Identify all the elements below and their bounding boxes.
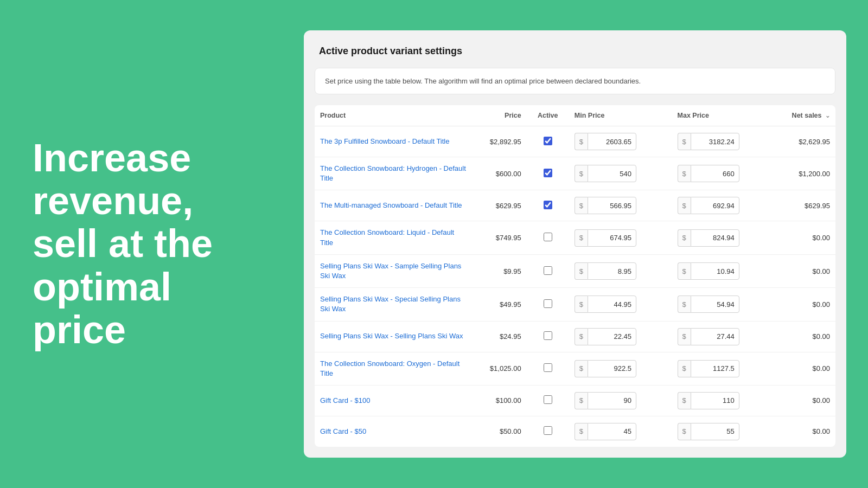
net-sales-cell: $0.00 <box>775 385 835 416</box>
min-price-cell: $ <box>569 221 672 254</box>
col-header-product: Product <box>315 105 472 126</box>
products-table: Product Price Active Min Price Max Price… <box>315 105 835 447</box>
product-link[interactable]: Selling Plans Ski Wax - Special Selling … <box>320 295 461 313</box>
min-price-input[interactable] <box>588 262 636 280</box>
min-price-cell: $ <box>569 126 672 157</box>
min-price-input[interactable] <box>588 423 636 440</box>
active-checkbox[interactable] <box>544 266 552 275</box>
max-price-cell: $ <box>672 352 775 385</box>
max-price-cell: $ <box>672 126 775 157</box>
max-price-cell: $ <box>672 190 775 221</box>
hero-heading: Increase revenue, sell at the optimal pr… <box>33 137 271 351</box>
active-checkbox[interactable] <box>544 169 552 177</box>
max-price-input[interactable] <box>691 262 739 280</box>
max-price-cell: $ <box>672 221 775 254</box>
product-link[interactable]: The Collection Snowboard: Oxygen - Defau… <box>320 359 459 377</box>
price-cell: $50.00 <box>472 416 526 447</box>
price-cell: $1,025.00 <box>472 352 526 385</box>
min-price-input[interactable] <box>588 197 636 214</box>
min-dollar-prefix: $ <box>575 392 588 409</box>
panel-container: Active product variant settings Set pric… <box>304 0 868 488</box>
product-link[interactable]: The Collection Snowboard: Liquid - Defau… <box>320 228 454 246</box>
max-dollar-prefix: $ <box>678 423 691 440</box>
col-header-net: Net sales ⌄ <box>775 105 835 126</box>
price-cell: $49.95 <box>472 288 526 321</box>
settings-panel: Active product variant settings Set pric… <box>304 30 846 458</box>
max-dollar-prefix: $ <box>678 262 691 280</box>
table-row: The Collection Snowboard: Liquid - Defau… <box>315 221 835 254</box>
table-row: Gift Card - $50$50.00$$$0.00 <box>315 416 835 447</box>
product-link[interactable]: Gift Card - $50 <box>320 427 366 435</box>
active-checkbox[interactable] <box>544 395 552 404</box>
price-cell: $2,892.95 <box>472 126 526 157</box>
active-checkbox[interactable] <box>544 201 552 209</box>
min-price-input[interactable] <box>588 296 636 313</box>
max-price-cell: $ <box>672 288 775 321</box>
min-dollar-prefix: $ <box>575 328 588 345</box>
col-header-max: Max Price <box>672 105 775 126</box>
net-sales-cell: $0.00 <box>775 221 835 254</box>
min-price-input[interactable] <box>588 392 636 409</box>
active-cell <box>527 416 569 447</box>
max-price-cell: $ <box>672 385 775 416</box>
table-wrapper: Product Price Active Min Price Max Price… <box>304 105 846 458</box>
max-price-cell: $ <box>672 254 775 287</box>
min-price-input[interactable] <box>588 328 636 345</box>
max-dollar-prefix: $ <box>678 360 691 377</box>
min-price-cell: $ <box>569 157 672 190</box>
max-price-input[interactable] <box>691 423 739 440</box>
min-dollar-prefix: $ <box>575 133 588 150</box>
max-price-input[interactable] <box>691 360 739 377</box>
product-link[interactable]: Selling Plans Ski Wax - Sample Selling P… <box>320 262 461 280</box>
min-dollar-prefix: $ <box>575 296 588 313</box>
max-price-input[interactable] <box>691 328 739 345</box>
min-price-input[interactable] <box>588 133 636 150</box>
active-checkbox[interactable] <box>544 137 552 145</box>
active-checkbox[interactable] <box>544 331 552 340</box>
product-link[interactable]: The 3p Fulfilled Snowboard - Default Tit… <box>320 137 449 145</box>
min-dollar-prefix: $ <box>575 229 588 247</box>
min-price-input[interactable] <box>588 165 636 182</box>
table-row: Selling Plans Ski Wax - Selling Plans Sk… <box>315 321 835 352</box>
active-cell <box>527 254 569 287</box>
table-row: The Multi-managed Snowboard - Default Ti… <box>315 190 835 221</box>
min-price-input[interactable] <box>588 229 636 247</box>
table-row: Selling Plans Ski Wax - Special Selling … <box>315 288 835 321</box>
active-checkbox[interactable] <box>544 299 552 308</box>
max-price-input[interactable] <box>691 165 739 182</box>
net-sales-cell: $0.00 <box>775 321 835 352</box>
max-price-input[interactable] <box>691 197 739 214</box>
max-dollar-prefix: $ <box>678 392 691 409</box>
max-dollar-prefix: $ <box>678 133 691 150</box>
active-checkbox[interactable] <box>544 233 552 241</box>
min-price-input[interactable] <box>588 360 636 377</box>
max-price-cell: $ <box>672 157 775 190</box>
max-price-input[interactable] <box>691 229 739 247</box>
max-dollar-prefix: $ <box>678 165 691 182</box>
col-header-min: Min Price <box>569 105 672 126</box>
price-cell: $600.00 <box>472 157 526 190</box>
table-row: The Collection Snowboard: Hydrogen - Def… <box>315 157 835 190</box>
min-price-cell: $ <box>569 254 672 287</box>
min-price-cell: $ <box>569 190 672 221</box>
min-price-cell: $ <box>569 352 672 385</box>
product-link[interactable]: Gift Card - $100 <box>320 396 371 404</box>
max-price-input[interactable] <box>691 296 739 313</box>
price-cell: $749.95 <box>472 221 526 254</box>
min-dollar-prefix: $ <box>575 262 588 280</box>
active-cell <box>527 221 569 254</box>
max-price-input[interactable] <box>691 133 739 150</box>
active-cell <box>527 288 569 321</box>
max-dollar-prefix: $ <box>678 296 691 313</box>
active-cell <box>527 385 569 416</box>
max-price-input[interactable] <box>691 392 739 409</box>
product-link[interactable]: The Multi-managed Snowboard - Default Ti… <box>320 201 462 209</box>
active-checkbox[interactable] <box>544 426 552 435</box>
active-checkbox[interactable] <box>544 363 552 372</box>
min-price-cell: $ <box>569 288 672 321</box>
product-link[interactable]: Selling Plans Ski Wax - Selling Plans Sk… <box>320 332 463 340</box>
active-cell <box>527 190 569 221</box>
active-cell <box>527 157 569 190</box>
sort-icon: ⌄ <box>825 112 830 119</box>
product-link[interactable]: The Collection Snowboard: Hydrogen - Def… <box>320 164 466 182</box>
